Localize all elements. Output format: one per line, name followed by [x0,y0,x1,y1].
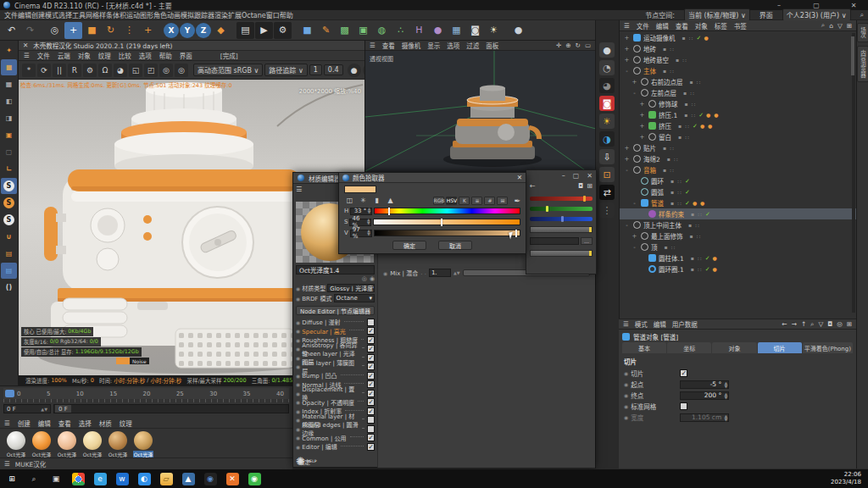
toolbar-icon[interactable]: ◍ [373,22,391,39]
octane-tool-icon[interactable]: ◎ [175,64,188,77]
expand-icon[interactable]: + [631,233,638,240]
viewport-nav-icon[interactable]: ↻ [576,42,581,49]
octane-tool-icon[interactable]: ⟳ [37,64,51,77]
toolbar-icon[interactable]: ▶ [255,22,273,39]
tree-row[interactable]: + 挤压.1 ▪ :: ✓ ● ● [620,109,856,120]
tree-row[interactable]: 圆柱体.1 ▪ :: ✓ ● [620,252,856,263]
enable-dots[interactable]: ▪ :: [670,178,682,184]
node-editor-button[interactable]: Node Editor | 节点编辑器 [296,306,375,315]
toolbar-icon[interactable]: Y [180,23,195,38]
picker-view-icon[interactable]: ▲ [385,197,396,205]
mode-tool-icon[interactable]: ✦ [1,42,17,58]
value-bar[interactable] [530,226,593,233]
material-tags[interactable]: ● ● [693,200,705,206]
dock-tab[interactable]: 场次 [857,23,868,42]
saturation-slider[interactable] [373,219,520,225]
material-channel-row[interactable]: ◉ Bump | 凹凸 ✓ [296,371,375,380]
tree-row[interactable]: 圆弧 ▪ :: ✓ [620,186,856,197]
viewport-nav-icon[interactable]: ⊕ [565,42,570,49]
keyframe-dot-icon[interactable]: ◉ [296,286,300,291]
tree-row[interactable]: - 主体 ▪ :: [620,65,856,76]
picker-mode-button[interactable]: ⊞ [497,197,508,205]
taskbar-app-icon[interactable] [68,470,88,487]
object-label[interactable]: 顶 [651,242,658,252]
object-label[interactable]: 圆环 [651,176,664,186]
blue-slider[interactable] [530,217,593,221]
taskbar-app-icon[interactable]: e [90,470,110,487]
taskbar-app-icon[interactable]: ◐ [134,470,154,487]
menu-item[interactable]: 网格 [86,12,99,19]
enable-dots[interactable]: ▪ :: [663,145,675,151]
object-label[interactable]: 修饰球 [659,99,678,108]
toolbar-icon[interactable] [158,22,163,39]
toolbar-icon[interactable] [231,22,236,39]
mm-menu-item[interactable]: 材质 [99,419,112,428]
keyframe-dot-icon[interactable]: ◉ [296,426,300,432]
om-menu-item[interactable]: 对象 [695,21,708,30]
menu-item[interactable]: 角色 [153,12,167,19]
expand-icon[interactable]: + [623,35,631,42]
keyframe-dot-icon[interactable]: ◉ [624,414,628,420]
enable-dots[interactable]: ▪ :: [691,266,703,272]
menu-item[interactable]: 文件 [4,12,18,19]
picker-mode-button[interactable]: ≡ [471,197,482,205]
tree-row[interactable]: + 最上面修饰 ▪ :: [620,230,856,241]
menu-item[interactable]: 跟踪器 [194,12,214,19]
search-icon[interactable]: ⌕ [860,11,864,19]
om-tool-icon[interactable]: ⌕ [821,21,825,30]
viewport-menu-item[interactable]: 摄像机 [402,41,421,50]
tree-row[interactable]: + 地砖 ▪ :: [620,43,856,54]
generator-check-icon[interactable]: ✓ [697,35,702,42]
toolbar-icon[interactable]: ◎ [46,22,64,39]
attribute-value-field[interactable]: -5 °▲▼ [680,380,729,389]
material-channel-row[interactable]: ◉ Displacement | 置换 ✓ [296,389,375,398]
om-tool-icon[interactable]: ▽ [837,22,843,30]
octane-menu-item[interactable]: 界面 [180,51,192,60]
om-menu-item[interactable]: 文件 [637,21,649,30]
octane-side-icon[interactable]: ⋮ [599,202,615,218]
hdr-dropdown[interactable]: 高动态范围 sRGB ∨ [193,64,263,76]
keyframe-dot-icon[interactable]: ◉ [296,373,300,379]
mode-tool-icon[interactable]: ⊞ [847,320,852,328]
material-thumbnail[interactable]: Oct光泽 [31,431,53,458]
generator-check-icon[interactable]: ✓ [698,112,704,119]
material-thumbnail[interactable]: Oct光泽 [5,431,27,458]
mode-tool-icon[interactable]: ∟ [1,161,17,177]
back-icon[interactable]: ← [530,182,536,190]
material-channel-row[interactable]: ◉ Opacity | 不透明度 ✓ [296,398,375,408]
node-space-dropdown[interactable]: 当前 (标准/物理) ∨ [684,8,750,21]
keyframe-dot-icon[interactable]: ◉ [296,355,300,361]
menu-item[interactable]: 选择 [58,12,72,19]
toolbar-icon[interactable]: ∴ [392,22,409,39]
mm-menu-item[interactable]: 查看 [58,419,71,428]
object-label[interactable]: 样条约束 [659,209,684,219]
tree-row[interactable]: + 地砖悬空 ▪ :: [620,54,856,65]
keyframe-dot-icon[interactable]: ◉ [296,399,300,405]
object-label[interactable]: 圆柱体.1 [659,253,684,263]
viewport-menu-item[interactable]: 选项 [447,41,459,50]
object-label[interactable]: 主体 [643,66,656,75]
value-value-field[interactable]: 97 %▲▼ [350,230,372,237]
mode-tool-icon[interactable]: ▽ [818,320,823,328]
dock-tab[interactable]: 内容浏览器 [857,46,868,82]
mode-tool-icon[interactable]: ◧ [1,93,17,109]
expand-icon[interactable]: + [623,145,631,152]
octane-side-icon[interactable]: ◔ [599,60,615,75]
mode-tool-icon[interactable]: → [792,320,797,328]
object-label[interactable]: 留白 [659,132,671,141]
toolbar-icon[interactable] [292,22,298,39]
mm-menu-item[interactable]: 创建 [18,419,31,428]
mm-menu-item[interactable]: 编辑 [38,419,51,428]
ok-button[interactable]: 确定 [392,241,426,250]
material-channel-row[interactable]: ◉ Specular | 高光 ✓ [296,327,375,336]
ui-layout-dropdown[interactable]: 个人23(3) (用户) ∨ [782,8,851,21]
hamburger-icon[interactable]: ☰ [623,320,629,328]
keyframe-dot-icon[interactable]: ◉ [624,370,628,376]
close-icon[interactable]: ✕ [517,174,522,181]
generator-check-icon[interactable]: ✓ [705,255,710,262]
octane-menu-item[interactable]: 对象 [78,51,91,60]
attribute-value-field[interactable]: 200 °▲▼ [680,391,729,400]
noise-pass-chip[interactable]: Noise [116,358,149,364]
enable-dots[interactable]: ▪ :: [688,222,700,228]
taskbar-app-icon[interactable]: ⌕ [24,470,44,487]
